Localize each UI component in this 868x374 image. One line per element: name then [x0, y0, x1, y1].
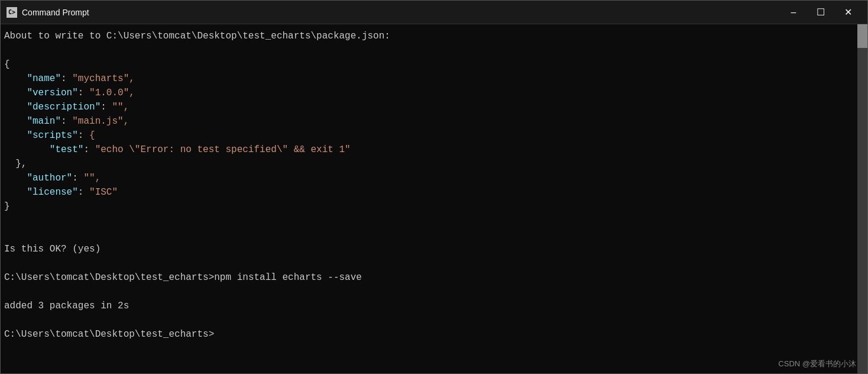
terminal-line: C:\Users\tomcat\Desktop\test_echarts>	[4, 327, 854, 341]
terminal-line	[4, 43, 854, 57]
terminal-line: "main": "main.js",	[4, 114, 854, 128]
close-button[interactable]: ✕	[834, 1, 861, 24]
title-bar: C> Command Prompt – ☐ ✕	[1, 1, 867, 24]
terminal-line: }	[4, 199, 854, 214]
terminal-line	[4, 214, 854, 228]
content-area: About to write to C:\Users\tomcat\Deskto…	[1, 24, 867, 373]
terminal-line: added 3 packages in 2s	[4, 299, 854, 313]
terminal-line: C:\Users\tomcat\Desktop\test_echarts>npm…	[4, 270, 854, 285]
command-prompt-window: C> Command Prompt – ☐ ✕ About to write t…	[0, 0, 868, 374]
terminal-line: },	[4, 157, 854, 171]
watermark: CSDN @爱看书的小沐	[778, 359, 856, 369]
scrollbar[interactable]	[857, 24, 867, 373]
terminal-output[interactable]: About to write to C:\Users\tomcat\Deskto…	[1, 24, 857, 373]
window-controls: – ☐ ✕	[780, 1, 861, 24]
window-title: Command Prompt	[22, 8, 780, 17]
minimize-button[interactable]: –	[780, 1, 807, 24]
terminal-line: "name": "mycharts",	[4, 72, 854, 86]
terminal-line: "scripts": {	[4, 128, 854, 143]
window-icon: C>	[7, 7, 17, 18]
terminal-line: "version": "1.0.0",	[4, 86, 854, 100]
terminal-line	[4, 228, 854, 242]
terminal-line: Is this OK? (yes)	[4, 242, 854, 256]
terminal-line: "license": "ISC"	[4, 185, 854, 199]
terminal-line: "author": "",	[4, 171, 854, 185]
terminal-line: "test": "echo \"Error: no test specified…	[4, 143, 854, 157]
terminal-line	[4, 256, 854, 270]
terminal-line: About to write to C:\Users\tomcat\Deskto…	[4, 29, 854, 43]
terminal-line	[4, 285, 854, 299]
terminal-line: "description": "",	[4, 100, 854, 114]
maximize-button[interactable]: ☐	[807, 1, 834, 24]
scrollbar-thumb[interactable]	[857, 24, 867, 48]
terminal-line	[4, 313, 854, 327]
terminal-line: {	[4, 57, 854, 72]
